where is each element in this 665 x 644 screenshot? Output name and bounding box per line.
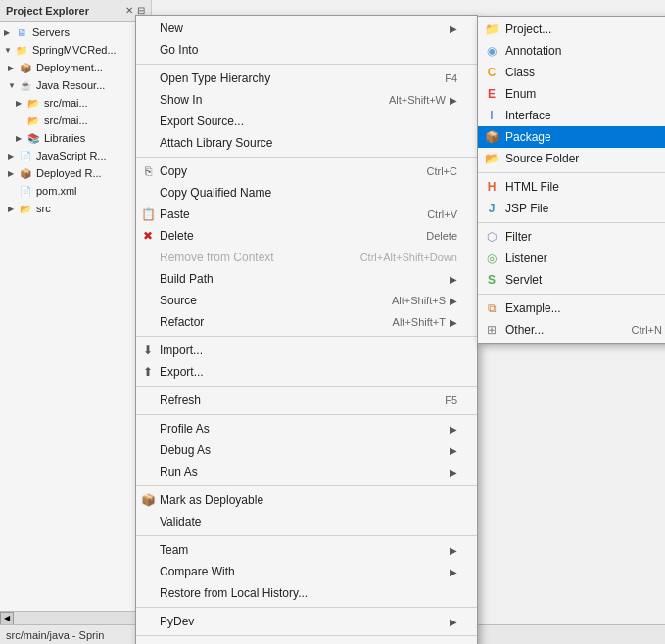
menu-item-copy[interactable]: ⎘ Copy Ctrl+C — [136, 161, 477, 182]
tree-item-springmvc[interactable]: ▼ 📁 SpringMVCRed... — [0, 41, 151, 59]
menu-label-team: Team — [160, 543, 446, 557]
menu-label-compare-with: Compare With — [160, 565, 446, 578]
compare-with-arrow: ▶ — [450, 567, 457, 577]
sub-label-other: Other... — [505, 323, 632, 337]
copy-qualified-icon-area — [138, 182, 158, 204]
separator-7 — [136, 535, 477, 536]
servlet-icon: S — [482, 273, 501, 287]
tree-arrow: ▶ — [16, 99, 24, 108]
tree-item-libraries[interactable]: ▶ 📚 Libraries — [0, 129, 151, 147]
sub-label-class: Class — [505, 66, 662, 79]
submenu-item-class[interactable]: C Class — [478, 62, 665, 83]
menu-label-oth: Open Type Hierarchy — [160, 71, 425, 85]
scroll-left-btn[interactable]: ◀ — [0, 612, 14, 625]
validate-icon-area — [138, 511, 158, 532]
menu-label-build-path: Build Path — [160, 272, 446, 286]
menu-item-import[interactable]: ⬇ Import... — [136, 340, 477, 361]
submenu-item-other[interactable]: ⊞ Other... Ctrl+N — [478, 319, 665, 341]
submenu-item-enum[interactable]: E Enum — [478, 83, 665, 105]
properties-icon-area — [138, 639, 158, 644]
menu-item-delete[interactable]: ✖ Delete Delete — [136, 225, 477, 247]
debug-as-arrow: ▶ — [450, 445, 457, 456]
source-arrow: ▶ — [450, 296, 457, 306]
tree-item-deployedr[interactable]: ▶ 📦 Deployed R... — [0, 164, 151, 182]
annotation-icon: ◉ — [482, 44, 501, 58]
menu-item-go-into[interactable]: Go Into — [136, 39, 477, 61]
tree-item-pomxml[interactable]: 📄 pom.xml — [0, 182, 151, 200]
build-path-arrow: ▶ — [450, 274, 457, 285]
sub-label-package: Package — [505, 130, 662, 144]
menu-label-profile-as: Profile As — [160, 422, 446, 436]
other-shortcut: Ctrl+N — [632, 324, 662, 336]
submenu-item-filter[interactable]: ⬡ Filter — [478, 226, 665, 248]
menu-item-paste[interactable]: 📋 Paste Ctrl+V — [136, 204, 477, 225]
tree-item-javascriptr[interactable]: ▶ 📄 JavaScript R... — [0, 147, 151, 164]
src-folder-icon: 📂 — [18, 201, 33, 216]
menu-label-refresh: Refresh — [160, 393, 425, 407]
remove-context-shortcut: Ctrl+Alt+Shift+Down — [360, 252, 457, 263]
menu-item-mark-deployable[interactable]: 📦 Mark as Deployable — [136, 489, 477, 511]
submenu-item-project[interactable]: 📁 Project... — [478, 19, 665, 40]
class-icon: C — [482, 66, 501, 79]
tree-arrow: ▶ — [8, 152, 16, 161]
tree-item-src[interactable]: ▶ 📂 src — [0, 200, 151, 217]
submenu-item-listener[interactable]: ◎ Listener — [478, 248, 665, 269]
menu-item-refresh[interactable]: Refresh F5 — [136, 390, 477, 411]
menu-item-profile-as[interactable]: Profile As ▶ — [136, 418, 477, 439]
menu-item-debug-as[interactable]: Debug As ▶ — [136, 439, 477, 461]
submenu-item-html[interactable]: H HTML File — [478, 176, 665, 198]
menu-item-new[interactable]: New ▶ 📁 Project... ◉ Annotation C Class … — [136, 18, 477, 39]
menu-item-validate[interactable]: Validate — [136, 511, 477, 532]
submenu-item-interface[interactable]: I Interface — [478, 105, 665, 126]
menu-item-team[interactable]: Team ▶ — [136, 539, 477, 561]
tree-item-servers[interactable]: ▶ 🖥 Servers — [0, 23, 151, 41]
submenu-item-example[interactable]: ⧉ Example... — [478, 298, 665, 319]
submenu-item-annotation[interactable]: ◉ Annotation — [478, 40, 665, 62]
refactor-icon-area — [138, 311, 158, 333]
menu-item-pydev[interactable]: PyDev ▶ — [136, 611, 477, 632]
horizontal-scrollbar[interactable]: ◀ ▶ — [0, 611, 152, 624]
deploy-icon: 📦 — [18, 60, 33, 75]
copy-shortcut: Ctrl+C — [427, 165, 457, 177]
tree-arrow: ▼ — [8, 81, 16, 90]
submenu-item-servlet[interactable]: S Servlet — [478, 269, 665, 291]
menu-item-open-type-hierarchy[interactable]: Open Type Hierarchy F4 — [136, 68, 477, 89]
menu-label-validate: Validate — [160, 515, 457, 529]
menu-item-properties[interactable]: Properties Alt+Enter — [136, 639, 477, 644]
menu-item-refactor[interactable]: Refactor Alt+Shift+T ▶ — [136, 311, 477, 333]
menu-item-attach-library[interactable]: Attach Library Source — [136, 132, 477, 154]
refresh-icon-area — [138, 390, 158, 411]
menu-label-debug-as: Debug As — [160, 443, 446, 457]
restore-history-icon-area — [138, 582, 158, 604]
tree-item-javaresour[interactable]: ▼ ☕ Java Resour... — [0, 76, 151, 94]
submenu-item-package[interactable]: 📦 Package — [478, 126, 665, 148]
sub-label-servlet: Servlet — [505, 273, 662, 287]
tree-item-srcmain1[interactable]: ▶ 📂 src/mai... — [0, 94, 151, 112]
scroll-track[interactable] — [14, 612, 138, 625]
menu-item-export-source[interactable]: Export Source... — [136, 111, 477, 132]
jsp-icon: J — [482, 202, 501, 215]
submenu-item-source-folder[interactable]: 📂 Source Folder — [478, 148, 665, 169]
menu-item-show-in[interactable]: Show In Alt+Shift+W ▶ — [136, 89, 477, 111]
paste-shortcut: Ctrl+V — [427, 208, 457, 220]
menu-item-build-path[interactable]: Build Path ▶ — [136, 268, 477, 290]
menu-item-remove-context[interactable]: Remove from Context Ctrl+Alt+Shift+Down — [136, 247, 477, 268]
menu-item-restore-history[interactable]: Restore from Local History... — [136, 582, 477, 604]
library-icon: 📚 — [25, 130, 41, 146]
project-icon: 📁 — [482, 23, 501, 36]
copy-icon: ⎘ — [138, 161, 158, 182]
tree-label: JavaScript R... — [36, 150, 107, 161]
submenu-item-jsp[interactable]: J JSP File — [478, 198, 665, 219]
separator-1 — [136, 64, 477, 65]
menu-item-copy-qualified[interactable]: Copy Qualified Name — [136, 182, 477, 204]
menu-item-export[interactable]: ⬆ Export... — [136, 361, 477, 383]
tree-item-deployment[interactable]: ▶ 📦 Deployment... — [0, 59, 151, 76]
tree-item-srcmain2[interactable]: 📂 src/mai... — [0, 112, 151, 129]
menu-item-source[interactable]: Source Alt+Shift+S ▶ — [136, 290, 477, 311]
menu-item-compare-with[interactable]: Compare With ▶ — [136, 561, 477, 582]
sub-label-example: Example... — [505, 301, 662, 315]
team-arrow: ▶ — [450, 545, 457, 556]
menu-item-run-as[interactable]: Run As ▶ — [136, 461, 477, 483]
delete-icon: ✖ — [138, 225, 158, 247]
close-icon[interactable]: ✕ — [125, 5, 133, 16]
